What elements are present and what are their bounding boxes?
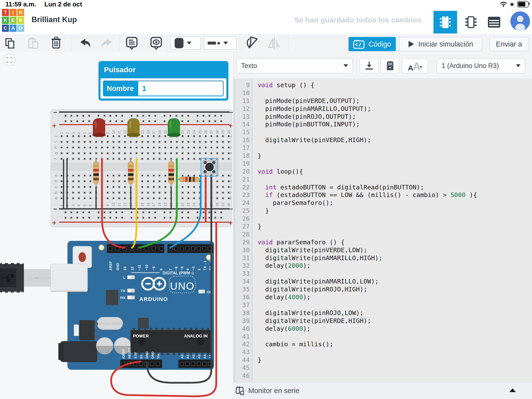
svg-text:~5: ~5 xyxy=(180,266,184,270)
copy-button[interactable] xyxy=(2,37,17,49)
redo-button[interactable] xyxy=(100,37,114,49)
start-simulation-button[interactable]: Iniciar simulación xyxy=(399,37,482,51)
code-line: 40 delay(6000); xyxy=(233,325,532,333)
logo-cell: C xyxy=(2,25,9,32)
resistor[interactable] xyxy=(168,159,174,187)
schematic-view-icon xyxy=(464,15,478,29)
copy-icon xyxy=(4,37,16,49)
delete-button[interactable] xyxy=(49,37,64,49)
code-line: 32 delay(2000); xyxy=(233,262,532,270)
code-editor[interactable]: 9void setup () {1011 pinMode(pinVERDE,OU… xyxy=(233,79,532,382)
download-code-button[interactable] xyxy=(360,58,379,73)
code-line: 29void pararSemaforo () { xyxy=(233,238,532,246)
color-dropdown[interactable] xyxy=(170,36,201,50)
resistor-horizontal[interactable] xyxy=(177,177,201,182)
zoom-to-fit-button[interactable] xyxy=(3,54,16,66)
pushbutton-selected[interactable] xyxy=(201,158,218,176)
wifi-icon xyxy=(500,1,507,7)
svg-text:25: 25 xyxy=(198,130,202,134)
board-dropdown[interactable]: 1 (Arduino Uno R3) xyxy=(437,58,525,73)
name-input[interactable]: 1 xyxy=(137,81,224,96)
svg-text:17: 17 xyxy=(152,202,156,206)
app-header: TINKERCAD Brilliant Kup Se han guardado … xyxy=(0,7,532,34)
resistor[interactable] xyxy=(93,159,99,187)
wire-style-dropdown[interactable] xyxy=(204,36,236,50)
popup-title: Pulsador xyxy=(104,66,135,74)
svg-text:A: A xyxy=(413,60,421,71)
tinkercad-logo[interactable]: TINKERCAD xyxy=(2,9,24,33)
svg-text:5: 5 xyxy=(83,204,87,206)
font-size-button[interactable]: A A xyxy=(402,58,428,73)
code-line: 27} xyxy=(233,223,532,231)
led-green[interactable] xyxy=(167,118,181,138)
view-component-list-button[interactable] xyxy=(482,11,506,33)
svg-text:+: + xyxy=(52,219,56,227)
svg-text:13: 13 xyxy=(123,266,127,270)
fit-view-icon xyxy=(6,57,12,63)
edit-mode-dropdown[interactable]: Texto xyxy=(236,58,353,73)
usb-cable[interactable] xyxy=(0,262,87,294)
code-line: 10 xyxy=(233,89,532,97)
svg-text:23: 23 xyxy=(186,130,190,134)
svg-text:7: 7 xyxy=(168,268,172,270)
svg-text:15: 15 xyxy=(140,130,144,134)
design-title[interactable]: Brilliant Kup xyxy=(32,15,77,24)
avatar[interactable] xyxy=(510,11,530,31)
notes-button[interactable] xyxy=(124,37,139,49)
code-line: 34 digitalWrite(pinAMARILLO,LOW); xyxy=(233,278,532,285)
view-schematic-button[interactable] xyxy=(459,11,483,33)
resistor[interactable] xyxy=(128,159,133,187)
rotate-button[interactable] xyxy=(245,37,260,49)
arduino-uno[interactable]: AREFGND1312~11~10~987~6~54~32TX→1RX←0DIG… xyxy=(58,241,214,369)
svg-text:A0: A0 xyxy=(180,354,184,359)
svg-text:IOREF: IOREF xyxy=(122,349,125,359)
status-time: 11:59 a.m. xyxy=(5,0,36,8)
font-size-icon: A A xyxy=(407,60,423,71)
status-bar: 11:59 a.m.Lun 2 de oct ★ xyxy=(0,0,532,7)
svg-text:11: 11 xyxy=(117,203,121,206)
svg-text:−: − xyxy=(229,109,233,116)
code-line: 36 delay(4000); xyxy=(233,293,532,301)
led-yellow[interactable] xyxy=(127,118,140,138)
svg-text:~10: ~10 xyxy=(145,265,149,270)
flip-button[interactable] xyxy=(267,37,282,49)
examples-library-button[interactable] xyxy=(381,58,399,73)
chevron-down-icon xyxy=(187,42,191,45)
send-to-button[interactable]: Enviar a xyxy=(489,37,529,51)
code-line: 33 xyxy=(233,270,532,278)
logo-cell: I xyxy=(10,9,17,16)
annotation-visibility-icon xyxy=(150,36,162,50)
svg-text:−: − xyxy=(53,205,57,213)
paste-button[interactable] xyxy=(26,37,40,49)
code-button[interactable]: Código xyxy=(349,37,396,51)
svg-text:SPK16.000G: SPK16.000G xyxy=(98,321,122,326)
svg-text:i: i xyxy=(54,141,58,142)
undo-button[interactable] xyxy=(78,37,93,49)
star-icon: ★ xyxy=(509,1,515,7)
code-line: 14 pinMode(pinBUTTON,INPUT); xyxy=(233,120,532,128)
serial-monitor-bar[interactable]: Monitor en serie xyxy=(233,382,532,399)
code-line: 38 digitalWrite(pinROJO,LOW); xyxy=(233,309,532,317)
svg-text:11: 11 xyxy=(117,130,121,134)
svg-text:28: 28 xyxy=(215,130,219,134)
svg-text:DIGITAL (PWM~): DIGITAL (PWM~) xyxy=(163,271,194,275)
svg-text:30: 30 xyxy=(227,202,231,206)
code-line: 41 xyxy=(233,333,532,341)
svg-text:A2: A2 xyxy=(192,354,195,359)
code-line: 16 digitalWrite(pinVERDE,HIGH); xyxy=(233,136,532,144)
led-red[interactable] xyxy=(92,118,106,138)
svg-text:5V: 5V xyxy=(139,355,143,359)
svg-text:RESET: RESET xyxy=(128,348,131,359)
code-line: 18} xyxy=(233,152,532,160)
svg-text:24: 24 xyxy=(192,130,196,134)
view-breadboard-button[interactable] xyxy=(433,11,457,33)
collapse-arrow-icon[interactable] xyxy=(509,388,516,392)
circuit-canvas[interactable]: −+−+−+−+11223344556677889910101111121213… xyxy=(0,52,233,399)
svg-text:6: 6 xyxy=(88,132,92,134)
component-popup: Pulsador Nombre 1 xyxy=(99,61,228,100)
flip-icon xyxy=(267,37,282,49)
svg-text:29: 29 xyxy=(221,202,225,206)
svg-text:A: A xyxy=(408,64,413,71)
toggle-annotations-button[interactable] xyxy=(149,37,164,49)
code-line: 15 xyxy=(233,128,532,136)
